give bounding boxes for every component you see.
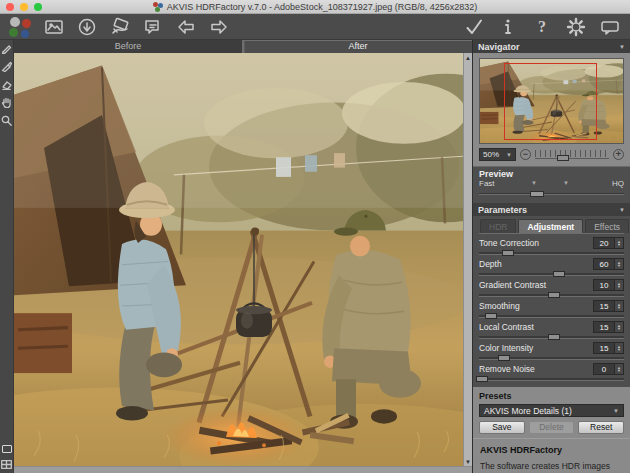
slider-track[interactable] [479, 357, 624, 360]
info-icon[interactable] [496, 16, 520, 37]
hand-tool-icon[interactable] [1, 97, 12, 108]
image-canvas[interactable]: ▲ ▼ [14, 53, 472, 473]
zoom-slider-handle[interactable] [557, 155, 569, 161]
preferences-gear-icon[interactable] [564, 16, 588, 37]
spinner-arrows[interactable]: ▲▼ [615, 321, 624, 333]
preview-fast-label: Fast [479, 179, 495, 189]
slider-track[interactable] [479, 252, 624, 255]
navigator-thumbnail[interactable] [479, 58, 624, 144]
slider-value-field[interactable]: 20 [593, 237, 615, 249]
preview-quality-slider[interactable] [479, 191, 624, 197]
slider-value-field[interactable]: 60 [593, 258, 615, 270]
slider-track[interactable] [479, 378, 624, 381]
navigator-viewport-frame[interactable] [504, 63, 597, 139]
spinner-arrows[interactable]: ▲▼ [615, 342, 624, 354]
preview-title: Preview [479, 169, 624, 179]
zoom-in-button[interactable]: + [613, 149, 624, 160]
delete-preset-button: Delete [529, 421, 575, 434]
share-icon[interactable] [141, 16, 165, 37]
preview-hq-label: HQ [612, 179, 624, 189]
tab-before[interactable]: Before [14, 40, 242, 53]
zoom-level-select[interactable]: 50% ▼ [479, 148, 516, 161]
slider-track[interactable] [479, 294, 624, 297]
maximize-window-button[interactable] [34, 3, 42, 11]
presets-section: Presets AKVIS More Details (1) ▼ Save De… [473, 387, 630, 438]
navigator-header[interactable]: Navigator ▼ [473, 40, 630, 53]
tab-hdr[interactable]: HDR [480, 219, 516, 233]
horizontal-scroll-track[interactable] [14, 466, 472, 473]
slider-handle[interactable] [502, 250, 514, 256]
preview-slider-track [479, 193, 624, 195]
undo-icon[interactable] [174, 16, 198, 37]
grid-panel-icon[interactable] [1, 459, 12, 470]
spinner-arrows[interactable]: ▲▼ [615, 279, 624, 291]
parameters-title: Parameters [478, 205, 527, 215]
preset-selected-value: AKVIS More Details (1) [484, 406, 572, 416]
slider-label: Tone Correction [479, 238, 593, 248]
print-icon[interactable] [108, 16, 132, 37]
slider-handle[interactable] [553, 271, 565, 277]
reset-button[interactable]: Reset [578, 421, 624, 434]
slider-value-field[interactable]: 15 [593, 342, 615, 354]
zoom-level-value: 50% [483, 150, 499, 159]
help-icon[interactable]: ? [530, 16, 554, 37]
zoom-out-button[interactable]: − [520, 149, 531, 160]
navigator-title: Navigator [478, 42, 520, 52]
feedback-bubble-icon[interactable] [598, 16, 622, 37]
slider-tone-correction: Tone Correction 20 ▲▼ [479, 237, 624, 255]
parameters-collapse-icon[interactable]: ▼ [619, 207, 625, 213]
brush-tool-icon[interactable] [1, 61, 12, 72]
tab-adjustment[interactable]: Adjustment [518, 219, 583, 233]
pencil-tool-icon[interactable] [1, 43, 12, 54]
save-preset-button[interactable]: Save [479, 421, 525, 434]
eraser-tool-icon[interactable] [1, 79, 12, 90]
zoom-tool-icon[interactable] [1, 115, 12, 126]
preset-dropdown[interactable]: AKVIS More Details (1) ▼ [479, 404, 624, 417]
slider-handle[interactable] [476, 376, 488, 382]
close-window-button[interactable] [6, 3, 14, 11]
slider-smoothing: Smoothing 15 ▲▼ [479, 300, 624, 318]
slider-value-field[interactable]: 10 [593, 279, 615, 291]
preview-tick-icon: ▼ [563, 180, 569, 186]
vertical-scrollbar[interactable]: ▲ ▼ [463, 53, 472, 466]
slider-track[interactable] [479, 336, 624, 339]
slider-track[interactable] [479, 315, 624, 318]
slider-handle[interactable] [548, 334, 560, 340]
slider-handle[interactable] [498, 355, 510, 361]
navigator-collapse-icon[interactable]: ▼ [619, 44, 625, 50]
tab-after[interactable]: After [244, 40, 472, 53]
slider-value-field[interactable]: 0 [593, 363, 615, 375]
swatch-box-icon[interactable] [2, 445, 12, 453]
parameters-header[interactable]: Parameters ▼ [473, 203, 630, 216]
window-controls [6, 3, 42, 11]
akvis-logo-icon [8, 16, 32, 38]
before-after-tabs: Before After [14, 40, 472, 53]
minimize-window-button[interactable] [20, 3, 28, 11]
spinner-arrows[interactable]: ▲▼ [615, 258, 624, 270]
app-logo-icon [153, 2, 163, 12]
redo-icon[interactable] [207, 16, 231, 37]
slider-label: Gradient Contrast [479, 280, 593, 290]
preview-slider-handle[interactable] [530, 191, 544, 197]
slider-handle[interactable] [548, 292, 560, 298]
slider-gradient-contrast: Gradient Contrast 10 ▲▼ [479, 279, 624, 297]
slider-handle[interactable] [485, 313, 497, 319]
zoom-slider[interactable] [535, 149, 609, 161]
navigator-thumbnail-wrap [473, 53, 630, 146]
spinner-arrows[interactable]: ▲▼ [615, 300, 624, 312]
slider-value-field[interactable]: 15 [593, 300, 615, 312]
scroll-down-arrow-icon[interactable]: ▼ [464, 457, 472, 466]
open-image-icon[interactable] [42, 16, 66, 37]
window-title: AKVIS HDRFactory v.7.0 - AdobeStock_1083… [167, 0, 478, 14]
spinner-arrows[interactable]: ▲▼ [615, 363, 624, 375]
spinner-arrows[interactable]: ▲▼ [615, 237, 624, 249]
slider-value-field[interactable]: 15 [593, 321, 615, 333]
slider-track[interactable] [479, 273, 624, 276]
apply-check-icon[interactable] [462, 16, 486, 37]
scroll-up-arrow-icon[interactable]: ▲ [464, 53, 472, 62]
about-section: AKVIS HDRFactory The software creates HD… [473, 438, 630, 473]
save-image-icon[interactable] [75, 16, 99, 37]
tab-effects[interactable]: Effects [585, 219, 629, 233]
photo-image [14, 53, 463, 466]
slider-remove-noise: Remove Noise 0 ▲▼ [479, 363, 624, 381]
